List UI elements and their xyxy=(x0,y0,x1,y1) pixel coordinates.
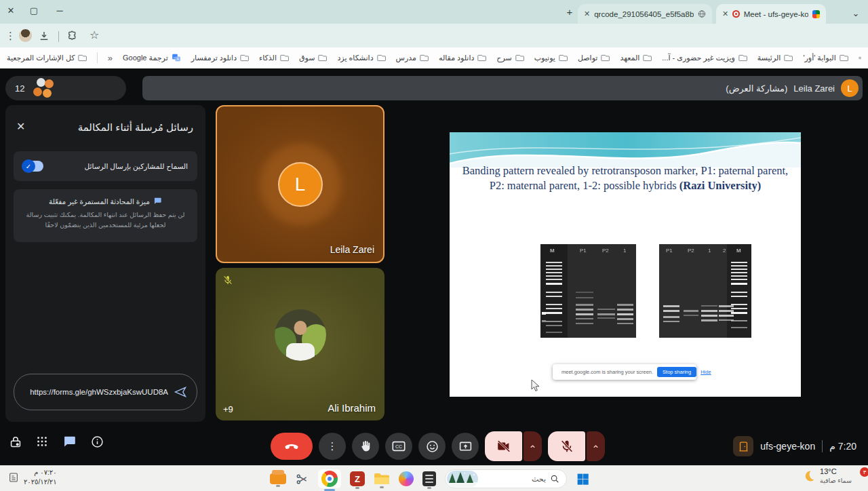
all-bookmarks-button[interactable]: كل الإشارات المرجعية xyxy=(7,54,87,62)
taskbar-app-z[interactable]: Z xyxy=(350,471,365,486)
video-tile-leila[interactable]: L Leila Zarei xyxy=(216,105,384,263)
folder-icon xyxy=(240,54,249,62)
folder-icon xyxy=(377,54,386,62)
couch-app-icon xyxy=(270,473,286,484)
bookmark-item[interactable]: دانلود مقاله xyxy=(439,54,486,62)
video-tile-ali[interactable]: +9 Ali Ibrahim xyxy=(216,268,384,420)
svg-text:A: A xyxy=(176,57,179,61)
participants-pill[interactable]: 12 xyxy=(5,76,126,100)
moon-icon xyxy=(802,469,816,483)
bookmark-item[interactable]: سرح xyxy=(496,54,524,62)
search-label: بحث xyxy=(532,475,546,484)
more-participants-badge[interactable]: +9 xyxy=(223,404,233,414)
slide-title: Banding pattern revealed by retrotranspo… xyxy=(460,163,790,194)
taskbar-app-chrome[interactable] xyxy=(318,469,341,488)
window-maximize-icon[interactable]: ▢ xyxy=(27,4,41,18)
gel-image-2: P1 P2 1 2 M xyxy=(659,244,751,338)
bookmark-label: سوق xyxy=(299,54,315,62)
host-controls-lock-icon[interactable] xyxy=(8,435,23,450)
folder-icon xyxy=(280,54,289,62)
bookmark-item[interactable]: يونيوب xyxy=(534,54,568,62)
window-close-icon[interactable]: ✕ xyxy=(4,4,18,18)
close-icon[interactable]: ✕ xyxy=(16,120,25,133)
mic-button-group xyxy=(548,431,605,461)
camera-off-button[interactable] xyxy=(485,431,522,461)
download-icon[interactable] xyxy=(38,30,50,42)
meeting-info: ufs-geye-kon 7:20 م xyxy=(733,433,856,460)
presenter-status: (مشاركة العرض) xyxy=(726,83,787,94)
stop-sharing-button[interactable]: Stop sharing xyxy=(657,367,696,377)
taskbar-app-file-explorer[interactable] xyxy=(374,472,390,486)
bookmark-label: سرح xyxy=(496,54,511,62)
chat-panel-title: رسائل مُرسلة أثناء المكالمة xyxy=(78,121,193,134)
chat-panel-icon[interactable] xyxy=(62,435,77,449)
more-options-button[interactable]: ⋮ xyxy=(319,433,346,460)
folder-icon xyxy=(643,54,652,62)
meeting-time: 7:20 م xyxy=(829,441,856,452)
bookmark-item-translate[interactable]: تA ترجمة Google xyxy=(123,53,181,62)
taskbar-search-box[interactable]: بحث xyxy=(445,469,567,488)
bookmark-label: دانلود مقاله xyxy=(439,54,474,62)
message-input[interactable]: https://forms.gle/ghWSzxbjaKswUUD8A xyxy=(14,374,197,410)
raise-hand-button[interactable] xyxy=(352,433,379,460)
camera-options-chevron[interactable] xyxy=(524,431,542,461)
meet-control-bar: ⋮ CC xyxy=(0,427,868,465)
side-panel-grid-icon[interactable] xyxy=(859,53,861,63)
participants-count: 12 xyxy=(15,83,24,94)
all-bookmarks-label: كل الإشارات المرجعية xyxy=(7,54,75,62)
taskbar-app-kmplayer[interactable] xyxy=(270,473,286,484)
taskbar-clock[interactable]: ٠٧:٢٠ م ٢٠٢٥/١٢/٢١ xyxy=(8,468,57,486)
tab-qrcode[interactable]: ✕ qrcode_291056405_e5f5a8bcb xyxy=(578,4,712,24)
present-screen-button[interactable] xyxy=(452,433,479,460)
taskbar-start-button[interactable] xyxy=(576,472,590,486)
bookmarks-overflow-icon[interactable]: « xyxy=(108,53,113,63)
tab-close-icon[interactable]: ✕ xyxy=(584,9,590,18)
send-icon[interactable] xyxy=(174,385,187,399)
taskbar-app-copilot[interactable] xyxy=(399,471,414,486)
bookmark-item[interactable]: المعهد xyxy=(620,54,652,62)
bookmark-item[interactable]: مدرس xyxy=(396,54,429,62)
bookmark-item[interactable]: سوق xyxy=(299,54,327,62)
extensions-puzzle-icon[interactable] xyxy=(66,30,79,42)
leave-door-icon[interactable] xyxy=(733,436,753,456)
bookmark-item[interactable]: الرئيسة xyxy=(757,54,793,62)
tab-close-icon[interactable]: ✕ xyxy=(722,9,728,18)
slide-wave-decoration xyxy=(450,132,801,168)
captions-button[interactable]: CC xyxy=(385,433,412,460)
reactions-button[interactable] xyxy=(418,433,446,460)
emoji-icon xyxy=(425,439,439,454)
folder-icon xyxy=(318,54,327,62)
bookmark-item[interactable]: دانشكاه يزد xyxy=(337,54,385,62)
camera-off-icon xyxy=(496,439,511,454)
bookmark-item[interactable]: دانلود ترمفسار xyxy=(191,54,249,62)
tab-search-chevron-icon[interactable]: ⌄ xyxy=(849,7,863,20)
presenter-bar[interactable]: L Leila Zarei (مشاركة العرض) xyxy=(142,76,863,100)
bookmark-star-icon[interactable]: ☆ xyxy=(90,28,99,41)
tab-title: Meet - ufs-geye-kon xyxy=(744,10,808,18)
bookmark-label: يونيوب xyxy=(534,54,555,62)
folder-icon xyxy=(840,54,848,62)
bookmark-item[interactable]: البوابة 'أور' xyxy=(803,54,848,62)
activities-grid-icon[interactable] xyxy=(35,435,49,448)
end-call-button[interactable] xyxy=(271,433,313,460)
info-icon[interactable] xyxy=(90,435,104,449)
profile-avatar[interactable] xyxy=(19,29,32,42)
chat-notice-body: لن يتم حفظ الرسائل عند انتهاء المكالمة. … xyxy=(20,210,191,230)
browser-menu-icon[interactable]: ⋮ xyxy=(5,30,16,42)
window-minimize-icon[interactable]: ─ xyxy=(53,4,66,18)
avatar: L xyxy=(278,162,323,207)
chat-toggle[interactable]: ✓ xyxy=(23,161,43,172)
mic-options-chevron[interactable] xyxy=(587,431,605,461)
new-tab-button[interactable]: + xyxy=(563,5,576,19)
hide-share-bar-link[interactable]: Hide xyxy=(701,369,711,375)
weather-widget[interactable]: 13°C سماء صافية ٣ xyxy=(802,467,861,485)
bookmark-item[interactable]: الذكاء xyxy=(259,54,289,62)
notepad-icon xyxy=(422,471,436,486)
search-highlight-image xyxy=(447,471,478,487)
bookmark-item[interactable]: ويزيت غير حضورى - آ... xyxy=(662,54,747,62)
tab-meet[interactable]: ✕ Meet - ufs-geye-kon xyxy=(716,4,826,24)
bookmark-item[interactable]: تواصل xyxy=(578,54,610,62)
mic-off-button[interactable] xyxy=(548,431,585,461)
taskbar-app-notepad[interactable] xyxy=(422,471,436,486)
taskbar-app-snipping-tool[interactable] xyxy=(295,472,309,486)
